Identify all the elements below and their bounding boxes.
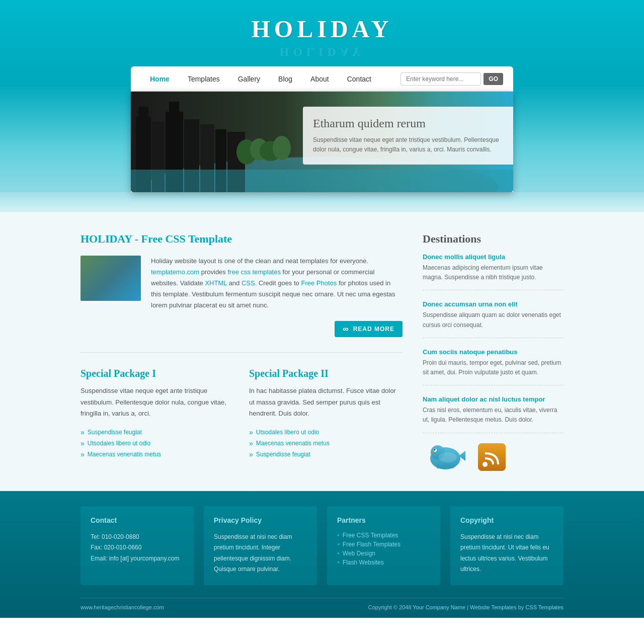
partner-link-1[interactable]: Free CSS Templates — [343, 532, 398, 539]
package-2-item-3[interactable]: Suspendisse feugiat — [249, 449, 403, 460]
package-1: Special Package I Suspendisse vitae nequ… — [80, 368, 234, 459]
footer-bottom-right: Copyright © 2048 Your Company Name | Web… — [368, 604, 564, 610]
footer-bottom: www.heritagechristiancollege.com Copyrig… — [80, 598, 564, 610]
hero-section: HOLIDAY HOLIDAY Home Templates Gallery B… — [0, 0, 644, 212]
footer-contact-text: Tel: 010-020-0880 Fax: 020-010-0660 Emai… — [91, 532, 184, 565]
templatemo-link[interactable]: templatemo.com — [151, 268, 199, 276]
article-text: Holiday website layout is one of the cle… — [151, 256, 403, 311]
package-2-item-2[interactable]: Maecenas venenatis metus — [249, 438, 403, 449]
rss-icon[interactable] — [478, 443, 506, 471]
footer-cols: Contact Tel: 010-020-0880 Fax: 020-010-0… — [80, 506, 564, 585]
svg-point-14 — [273, 136, 291, 160]
package-1-item-3[interactable]: Maecenas venenatis metus — [80, 449, 234, 460]
svg-rect-6 — [169, 102, 179, 114]
footer-privacy: Privacy Policy Suspendisse at nisi nec d… — [204, 506, 317, 585]
package-1-text: Suspendisse vitae neque eget ante tristi… — [80, 385, 234, 419]
read-more-label: READ MORE — [353, 326, 394, 333]
footer: Contact Tel: 010-020-0880 Fax: 020-010-0… — [0, 491, 644, 618]
footer-copyright-year: Copyright © 2048 — [368, 604, 412, 610]
dest-item-3-text: Proin dui mauris, tempor eget, pulvinar … — [423, 358, 564, 377]
footer-contact-title: Contact — [91, 516, 184, 524]
footer-site-url: www.heritagechristiancollege.com — [80, 604, 164, 610]
footer-email: Email: info [at] yourcompany.com — [91, 555, 180, 562]
partner-link-3[interactable]: Web Design — [343, 550, 375, 557]
svg-rect-3 — [138, 107, 148, 119]
dest-item-3-title[interactable]: Cum sociis natoque penatibus — [423, 348, 564, 356]
dest-item-1: Donec mollis aliquet ligula Maecenas adi… — [423, 253, 564, 290]
nav-about[interactable]: About — [301, 67, 338, 91]
article-image — [80, 256, 141, 301]
svg-rect-15 — [131, 170, 513, 192]
svg-point-19 — [434, 449, 436, 450]
css-link[interactable]: CSS — [242, 279, 255, 287]
package-2-list: Utsodales libero ut odio Maecenas venena… — [249, 427, 403, 460]
dest-item-2-title[interactable]: Donec accumsan urna non elit — [423, 300, 564, 308]
package-2-text: In hac habitasse platea dictumst. Fusce … — [249, 385, 403, 419]
dest-item-4-title[interactable]: Nam aliquet dolor ac nisl luctus tempor — [423, 395, 564, 403]
divider-1 — [80, 352, 403, 353]
site-title: HOLIDAY — [0, 15, 644, 43]
footer-privacy-text: Suspendisse at nisi nec diam pretium tin… — [214, 532, 307, 575]
dest-item-2-text: Suspendisse aliquam quam ac dolor venena… — [423, 310, 564, 330]
svg-point-25 — [482, 462, 488, 467]
banner-title: Etharum quidem rerum — [313, 117, 503, 130]
svg-text:twitter: twitter — [437, 462, 455, 470]
xhtml-link[interactable]: XHTML — [205, 279, 227, 287]
left-column: HOLIDAY - Free CSS Template Holiday webs… — [80, 232, 403, 471]
twitter-icon[interactable]: twitter — [423, 443, 468, 471]
twitter-svg: twitter — [423, 443, 468, 471]
footer-partners: Partners Free CSS Templates Free Flash T… — [327, 506, 440, 585]
rss-svg — [478, 443, 506, 471]
footer-copyright: Copyright Suspendisse at nisi nec diam p… — [450, 506, 564, 585]
nav-blog[interactable]: Blog — [269, 67, 301, 91]
search-input[interactable] — [400, 72, 481, 86]
footer-copyright-title: Copyright — [460, 516, 553, 524]
footer-privacy-title: Privacy Policy — [214, 516, 307, 524]
svg-point-21 — [439, 452, 457, 462]
hero-bottom-space — [0, 192, 644, 212]
footer-fax: Fax: 020-010-0660 — [91, 544, 141, 551]
banner-text: Suspendisse vitae neque eget ante tristi… — [313, 135, 503, 154]
read-more-button[interactable]: ∞ READ MORE — [335, 321, 403, 337]
svg-rect-24 — [478, 443, 506, 471]
footer-wrapper: Contact Tel: 010-020-0880 Fax: 020-010-0… — [80, 506, 564, 610]
footer-contact: Contact Tel: 010-020-0880 Fax: 020-010-0… — [80, 506, 194, 585]
nav-templates[interactable]: Templates — [179, 67, 229, 91]
package-1-item-2[interactable]: Utsodales libero ut odio — [80, 438, 234, 449]
dest-item-1-title[interactable]: Donec mollis aliquet ligula — [423, 253, 564, 261]
package-2-item-1[interactable]: Utsodales libero ut odio — [249, 427, 403, 438]
dest-item-1-text: Maecenas adipiscing elementum ipsum vita… — [423, 263, 564, 282]
packages-section: Special Package I Suspendisse vitae nequ… — [80, 368, 403, 459]
search-button[interactable]: GO — [484, 73, 503, 85]
read-more-area: ∞ READ MORE — [80, 321, 403, 337]
banner-overlay: Etharum quidem rerum Suspendisse vitae n… — [303, 107, 513, 165]
dest-item-3: Cum sociis natoque penatibus Proin dui m… — [423, 348, 564, 385]
dest-item-4: Nam aliquet dolor ac nisl luctus tempor … — [423, 395, 564, 433]
nav-home[interactable]: Home — [141, 67, 179, 91]
banner-image: Etharum quidem rerum Suspendisse vitae n… — [131, 92, 513, 192]
site-title-reflection: HOLIDAY — [0, 45, 644, 59]
main-section-title: HOLIDAY - Free CSS Template — [80, 232, 403, 246]
partner-link-2[interactable]: Free Flash Templates — [343, 541, 400, 548]
read-more-icon: ∞ — [343, 325, 349, 334]
partner-link-4[interactable]: Flash Websites — [343, 559, 384, 566]
free-css-link[interactable]: free css templates — [227, 268, 281, 276]
article-body: Holiday website layout is one of the cle… — [80, 256, 403, 311]
footer-css-templates-link[interactable]: CSS Templates — [525, 604, 564, 610]
main-content: HOLIDAY - Free CSS Template Holiday webs… — [0, 212, 644, 491]
destinations-title: Destinations — [423, 232, 564, 246]
free-photos-link[interactable]: Free Photos — [301, 279, 337, 287]
footer-partner-list: Free CSS Templates Free Flash Templates … — [337, 532, 430, 566]
dest-item-4-text: Cras nisl eros, elementum eu, iaculis vi… — [423, 406, 564, 425]
nav-wrapper: Home Templates Gallery Blog About Contac… — [131, 66, 513, 192]
nav-links: Home Templates Gallery Blog About Contac… — [141, 67, 400, 91]
footer-website-templates-link[interactable]: Website Templates — [470, 604, 517, 610]
package-2-title: Special Package II — [249, 368, 403, 379]
package-1-item-1[interactable]: Suspendisse feugiat — [80, 427, 234, 438]
nav-contact[interactable]: Contact — [338, 67, 380, 91]
nav-gallery[interactable]: Gallery — [229, 67, 269, 91]
footer-company-link[interactable]: Your Company Name — [413, 604, 465, 610]
dest-item-2: Donec accumsan urna non elit Suspendisse… — [423, 300, 564, 338]
banner-container: Etharum quidem rerum Suspendisse vitae n… — [131, 92, 513, 192]
package-1-title: Special Package I — [80, 368, 234, 379]
